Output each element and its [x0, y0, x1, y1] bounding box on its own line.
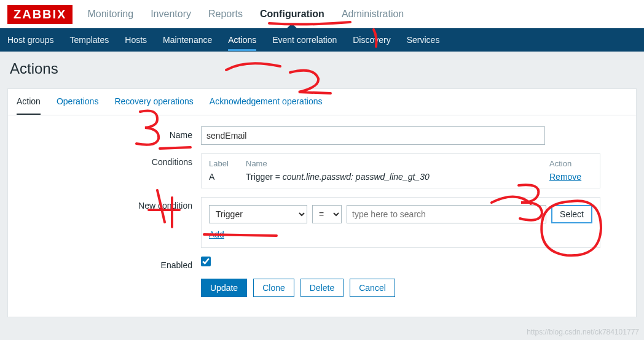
- tab-bar: Action Operations Recovery operations Ac…: [8, 89, 636, 115]
- condition-remove-link[interactable]: Remove: [549, 172, 581, 182]
- action-form: Name Conditions Label Name Action A: [8, 115, 636, 317]
- enabled-label: Enabled: [17, 257, 201, 270]
- cond-header-action: Action: [549, 159, 592, 168]
- sub-nav: Host groups Templates Hosts Maintenance …: [0, 28, 644, 52]
- subnav-discovery[interactable]: Discovery: [353, 29, 390, 51]
- topnav-monitoring[interactable]: Monitoring: [87, 9, 133, 20]
- condition-prefix: Trigger =: [246, 172, 283, 182]
- row-new-condition: New condition Trigger = Select Add: [17, 197, 627, 248]
- add-condition-link[interactable]: Add: [209, 230, 224, 239]
- condition-row: A Trigger = count.line.passwd: passwd_li…: [209, 172, 592, 182]
- conditions-label: Conditions: [17, 153, 201, 167]
- topnav-configuration[interactable]: Configuration: [260, 9, 324, 20]
- action-card: Action Operations Recovery operations Ac…: [7, 88, 637, 317]
- row-name: Name: [17, 126, 627, 145]
- name-label: Name: [17, 126, 201, 140]
- row-actions: Update Clone Delete Cancel: [17, 279, 627, 297]
- conditions-box: Label Name Action A Trigger = count.line…: [201, 153, 600, 188]
- cancel-button[interactable]: Cancel: [350, 279, 395, 297]
- select-button[interactable]: Select: [551, 205, 592, 223]
- conditions-header: Label Name Action: [209, 159, 592, 168]
- subnav-actions[interactable]: Actions: [228, 29, 256, 51]
- clone-button[interactable]: Clone: [253, 279, 294, 297]
- subnav-event-correlation[interactable]: Event correlation: [272, 29, 337, 51]
- tab-operations[interactable]: Operations: [57, 89, 98, 115]
- subnav-templates[interactable]: Templates: [69, 29, 109, 51]
- name-input[interactable]: [201, 126, 545, 145]
- top-nav: ZABBIX Monitoring Inventory Reports Conf…: [0, 0, 644, 28]
- cond-header-name: Name: [246, 159, 549, 168]
- watermark: https://blog.csdn.net/ck784101777: [527, 328, 639, 336]
- condition-trigger-name: count.line.passwd: passwd_line_gt_30: [283, 172, 430, 182]
- condition-search-input[interactable]: [347, 205, 546, 223]
- condition-name-cell: Trigger = count.line.passwd: passwd_line…: [246, 172, 549, 182]
- row-enabled: Enabled: [17, 257, 627, 270]
- condition-operator-select[interactable]: =: [312, 205, 342, 223]
- condition-label-cell: A: [209, 172, 246, 182]
- logo: ZABBIX: [7, 5, 73, 24]
- page-title: Actions: [0, 52, 644, 88]
- cond-header-label: Label: [209, 159, 246, 168]
- delete-button[interactable]: Delete: [300, 279, 344, 297]
- subnav-hosts[interactable]: Hosts: [125, 29, 147, 51]
- subnav-services[interactable]: Services: [407, 29, 440, 51]
- row-conditions: Conditions Label Name Action A Trigger =…: [17, 153, 627, 188]
- tab-acknowledgement-operations[interactable]: Acknowledgement operations: [210, 89, 323, 115]
- enabled-checkbox[interactable]: [201, 257, 211, 266]
- topnav-administration[interactable]: Administration: [342, 9, 404, 20]
- new-condition-box: Trigger = Select Add: [201, 197, 600, 248]
- tab-action[interactable]: Action: [17, 89, 41, 115]
- tab-recovery-operations[interactable]: Recovery operations: [114, 89, 193, 115]
- subnav-host-groups[interactable]: Host groups: [7, 29, 53, 51]
- new-condition-label: New condition: [17, 197, 201, 211]
- subnav-maintenance[interactable]: Maintenance: [163, 29, 212, 51]
- topnav-inventory[interactable]: Inventory: [151, 9, 191, 20]
- condition-type-select[interactable]: Trigger: [209, 205, 307, 223]
- topnav-reports[interactable]: Reports: [208, 9, 243, 20]
- update-button[interactable]: Update: [201, 279, 247, 297]
